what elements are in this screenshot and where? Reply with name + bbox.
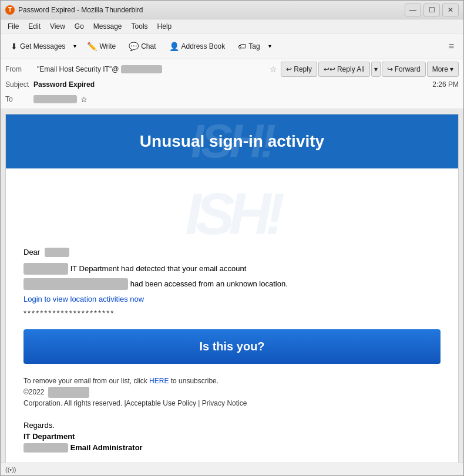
from-blurred: ████████	[121, 65, 162, 73]
menu-file[interactable]: File	[3, 21, 23, 32]
reply-all-label: Reply All	[337, 65, 365, 73]
to-label: To	[5, 95, 33, 103]
email-action-buttons: ↩ Reply ↩↩ Reply All ▾ ↪ Forward More ▾	[281, 62, 459, 77]
from-star-icon[interactable]: ☆	[270, 65, 277, 74]
get-messages-group: ⬇ Get Messages ▾	[5, 37, 79, 56]
email-content: ISH! Unusual sign-in activity ISH! Dear …	[5, 114, 459, 463]
status-icon: ((•))	[5, 466, 16, 473]
menu-tools[interactable]: Tools	[127, 21, 153, 32]
thunderbird-window: T Password Expired - Mozilla Thunderbird…	[0, 0, 464, 476]
reply-label: Reply	[294, 65, 312, 73]
to-row: To ████████ ☆	[5, 92, 459, 106]
reply-all-button[interactable]: ↩↩ Reply All	[318, 62, 370, 77]
address-book-button[interactable]: 👤 Address Book	[164, 37, 231, 56]
address-book-icon: 👤	[169, 42, 179, 51]
reply-icon: ↩	[286, 65, 292, 73]
subject-value: Password Expired	[33, 80, 432, 89]
email-banner: ISH! Unusual sign-in activity	[6, 114, 458, 168]
email-body-scroll[interactable]: ISH! Unusual sign-in activity ISH! Dear …	[1, 109, 463, 463]
body-line1: ████████ IT Department had detected that…	[23, 263, 441, 275]
tag-dropdown-arrow[interactable]: ▾	[265, 37, 274, 56]
app-icon: T	[5, 5, 15, 15]
tag-button[interactable]: 🏷 Tag	[233, 37, 265, 56]
footer-unsubscribe-text: to unsubscribe.	[171, 377, 218, 385]
menu-bar: File Edit View Go Message Tools Help	[1, 19, 463, 33]
tag-label: Tag	[248, 42, 260, 50]
chat-icon: 💬	[129, 42, 139, 51]
body-blurred-2: ████████████████████	[23, 278, 128, 290]
body-watermark: ISH!	[23, 180, 441, 248]
asterisks: **********************	[23, 309, 441, 318]
footer-text: To remove your email from our list, clic…	[23, 376, 441, 410]
subject-row: Subject Password Expired 2:26 PM	[5, 77, 459, 92]
forward-button[interactable]: ↪ Forward	[382, 62, 426, 77]
reply-all-dropdown-arrow[interactable]: ▾	[371, 62, 381, 77]
get-messages-icon: ⬇	[11, 42, 18, 51]
forward-icon: ↪	[387, 65, 393, 73]
dear-text: Dear	[23, 248, 40, 256]
body-text-2: had been accessed from an unknown locati…	[130, 279, 288, 288]
admin-text: Email Administrator	[70, 443, 143, 452]
status-bar: ((•))	[1, 463, 463, 475]
menu-go[interactable]: Go	[70, 21, 89, 32]
menu-view[interactable]: View	[45, 21, 70, 32]
footer-here-link[interactable]: HERE	[149, 377, 169, 385]
reply-button[interactable]: ↩ Reply	[281, 62, 317, 77]
hamburger-menu-button[interactable]: ≡	[444, 39, 459, 54]
footer-copyright: ©2022	[23, 388, 45, 396]
title-bar: T Password Expired - Mozilla Thunderbird…	[1, 1, 463, 19]
chat-button[interactable]: 💬 Chat	[123, 37, 161, 56]
maximize-button[interactable]: ☐	[423, 4, 440, 16]
dear-line: Dear ████	[23, 248, 441, 257]
footer-company: ████████	[48, 387, 89, 399]
more-dropdown-icon: ▾	[450, 65, 453, 73]
body-watermark-text: ISH!	[185, 180, 279, 248]
footer-copyright-line: ©2022 ████████	[23, 387, 441, 399]
footer-remove-line: To remove your email from our list, clic…	[23, 376, 441, 387]
banner-title: Unusual sign-in activity	[18, 132, 446, 151]
tag-group: 🏷 Tag ▾	[233, 37, 274, 56]
to-star-icon[interactable]: ☆	[80, 95, 88, 104]
to-value: ████████	[33, 95, 77, 103]
admin-blurred: ████████	[23, 443, 68, 453]
minimize-button[interactable]: —	[405, 4, 421, 16]
menu-help[interactable]: Help	[153, 21, 177, 32]
get-messages-button[interactable]: ⬇ Get Messages	[5, 37, 70, 56]
login-link[interactable]: Login to view location activities now	[23, 295, 144, 303]
login-text: Login to view location activities now	[23, 293, 441, 305]
from-value: "Email Host Security IT"@ ████████	[37, 65, 266, 73]
email-header: From "Email Host Security IT"@ ████████ …	[1, 59, 463, 109]
toolbar: ⬇ Get Messages ▾ ✏️ Write 💬 Chat 👤 Addre…	[1, 33, 463, 59]
reply-all-icon: ↩↩	[324, 65, 335, 73]
window-title: Password Expired - Mozilla Thunderbird	[18, 6, 405, 14]
dear-name: ████	[45, 248, 69, 257]
chat-label: Chat	[141, 42, 156, 50]
menu-edit[interactable]: Edit	[23, 21, 45, 32]
cta-button[interactable]: Is this you?	[23, 329, 441, 364]
tag-icon: 🏷	[238, 42, 246, 51]
email-time: 2:26 PM	[432, 80, 459, 89]
footer-remove-text: To remove your email from our list, clic…	[23, 377, 149, 385]
cta-container: Is this you?	[23, 329, 441, 364]
write-label: Write	[99, 42, 116, 50]
close-button[interactable]: ✕	[442, 4, 459, 16]
email-body-wrapper: ISH! Unusual sign-in activity ISH! Dear …	[1, 109, 463, 463]
write-icon: ✏️	[87, 42, 97, 51]
body-line2: ████████████████████ had been accessed f…	[23, 278, 441, 290]
address-book-label: Address Book	[181, 42, 226, 50]
admin-line: ████████ Email Administrator	[23, 443, 441, 453]
get-messages-dropdown-arrow[interactable]: ▾	[70, 37, 79, 56]
from-text: "Email Host Security IT"@	[37, 65, 119, 73]
footer-rights-line: Corporation. All rights reserved. |Accep…	[23, 398, 441, 409]
forward-label: Forward	[395, 65, 421, 73]
email-body-text: ISH! Dear ████ ████████ IT Department ha…	[6, 168, 458, 463]
regards-section: Regards. IT Department ████████ Email Ad…	[23, 421, 441, 453]
dept-text: IT Department	[23, 432, 441, 441]
window-controls: — ☐ ✕	[405, 4, 459, 16]
regards-text: Regards.	[23, 421, 441, 430]
more-button[interactable]: More ▾	[427, 62, 459, 77]
write-button[interactable]: ✏️ Write	[82, 37, 121, 56]
subject-label: Subject	[5, 80, 33, 89]
body-blurred-1: ████████	[23, 263, 68, 275]
menu-message[interactable]: Message	[89, 21, 127, 32]
